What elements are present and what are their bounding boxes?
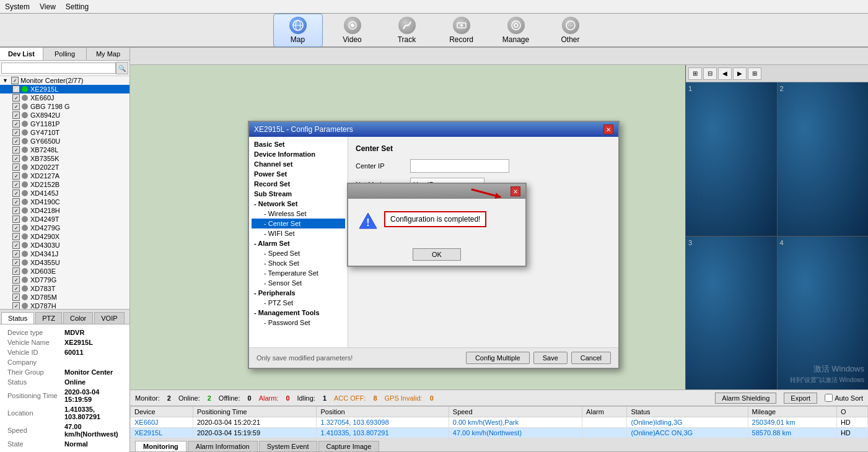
- tree-item-checkbox-10[interactable]: ✓: [12, 172, 20, 180]
- tree-item-checkbox-4[interactable]: ✓: [12, 120, 20, 128]
- tree-item-3[interactable]: ✓GX8942U: [0, 111, 129, 120]
- alert-dialog-close-btn[interactable]: ✕: [511, 186, 520, 196]
- config-tree-item-3[interactable]: Power Set: [252, 169, 345, 179]
- menu-system[interactable]: System: [5, 2, 30, 11]
- bottom-tab-voip[interactable]: VOIP: [94, 312, 124, 324]
- tree-item-checkbox-24[interactable]: ✓: [12, 293, 20, 301]
- search-button[interactable]: 🔍: [116, 62, 128, 74]
- tree-item-25[interactable]: ✓XD787H: [0, 302, 129, 309]
- bottom-content-tab-1[interactable]: Alarm Information: [188, 441, 258, 451]
- tree-item-18[interactable]: ✓XD4303U: [0, 241, 129, 250]
- config-tree-item-8[interactable]: - Center Set: [252, 219, 345, 228]
- config-tree-item-18[interactable]: - Password Set: [252, 318, 345, 328]
- config-tree-item-0[interactable]: Basic Set: [252, 139, 345, 149]
- tree-item-17[interactable]: ✓XD4290X: [0, 232, 129, 241]
- nav-tab-other[interactable]: ⋯ Other: [546, 14, 595, 46]
- config-cancel-button[interactable]: Cancel: [571, 352, 611, 364]
- tree-item-checkbox-22[interactable]: ✓: [12, 276, 20, 284]
- tree-item-13[interactable]: ✓XD4190C: [0, 198, 129, 206]
- video-tool-btn-3[interactable]: ◀: [718, 67, 732, 80]
- tree-item-23[interactable]: ✓XD783T: [0, 284, 129, 293]
- config-multiple-button[interactable]: Config Multiple: [466, 352, 530, 364]
- config-tree-item-17[interactable]: - Management Tools: [252, 308, 345, 318]
- nav-tab-record[interactable]: Record: [437, 14, 486, 46]
- export-button[interactable]: Export: [784, 393, 817, 404]
- tree-item-10[interactable]: ✓XD2127A: [0, 172, 129, 180]
- tree-item-16[interactable]: ✓XD4279G: [0, 224, 129, 232]
- config-tree-item-1[interactable]: Device Information: [252, 149, 345, 159]
- video-tool-btn-4[interactable]: ▶: [733, 67, 747, 80]
- bottom-tab-status[interactable]: Status: [1, 312, 34, 324]
- tree-item-checkbox-5[interactable]: ✓: [12, 129, 20, 136]
- tree-item-checkbox-15[interactable]: ✓: [12, 215, 20, 223]
- tree-item-checkbox-17[interactable]: ✓: [12, 233, 20, 240]
- tree-item-checkbox-14[interactable]: ✓: [12, 207, 20, 214]
- bottom-tab-color[interactable]: Color: [63, 312, 93, 324]
- tree-item-checkbox-0[interactable]: ✓: [12, 85, 20, 93]
- tree-item-4[interactable]: ✓GY1181P: [0, 120, 129, 128]
- config-tree-item-14[interactable]: - Sensor Set: [252, 278, 345, 288]
- config-tree-item-7[interactable]: - Wireless Set: [252, 209, 345, 219]
- tree-item-checkbox-7[interactable]: ✓: [12, 146, 20, 154]
- nav-tab-track[interactable]: Track: [382, 14, 432, 46]
- video-tool-btn-1[interactable]: ⊞: [688, 67, 702, 80]
- left-tab-devlist[interactable]: Dev List: [0, 48, 43, 60]
- config-tree-item-2[interactable]: Channel set: [252, 159, 345, 169]
- tree-item-6[interactable]: ✓GY6650U: [0, 137, 129, 146]
- tree-item-19[interactable]: ✓XD4341J: [0, 250, 129, 258]
- config-dialog-close-btn[interactable]: ✕: [603, 124, 613, 134]
- video-tool-btn-2[interactable]: ⊟: [703, 67, 717, 80]
- config-tree-item-4[interactable]: Record Set: [252, 179, 345, 189]
- tree-item-checkbox-20[interactable]: ✓: [12, 259, 20, 266]
- config-tree-item-10[interactable]: - Alarm Set: [252, 238, 345, 248]
- search-input[interactable]: [1, 63, 116, 74]
- config-tree-item-12[interactable]: - Shock Set: [252, 258, 345, 268]
- alert-ok-button[interactable]: OK: [413, 248, 461, 261]
- tree-item-checkbox-18[interactable]: ✓: [12, 241, 20, 249]
- tree-item-checkbox-1[interactable]: ✓: [12, 94, 20, 102]
- bottom-tab-ptz[interactable]: PTZ: [35, 312, 62, 324]
- auto-sort-checkbox[interactable]: Auto Sort: [825, 394, 863, 402]
- config-tree-item-9[interactable]: - WIFI Set: [252, 228, 345, 238]
- tree-item-checkbox-11[interactable]: ✓: [12, 181, 20, 188]
- config-save-button[interactable]: Save: [533, 352, 568, 364]
- table-row-0[interactable]: XE660J2020-03-04 15:20:211.327054, 103.6…: [131, 417, 868, 428]
- tree-item-7[interactable]: ✓XB7248L: [0, 146, 129, 154]
- left-tab-mymap[interactable]: My Map: [87, 48, 129, 60]
- tree-item-24[interactable]: ✓XD785M: [0, 293, 129, 302]
- tree-item-0[interactable]: ✓XE2915L: [0, 85, 129, 93]
- tree-item-8[interactable]: ✓XB7355K: [0, 154, 129, 163]
- tree-item-checkbox-12[interactable]: ✓: [12, 189, 20, 197]
- tree-item-checkbox-25[interactable]: ✓: [12, 302, 20, 309]
- tree-item-5[interactable]: ✓GY4710T: [0, 128, 129, 137]
- config-tree-item-15[interactable]: - Peripherals: [252, 288, 345, 298]
- tree-item-20[interactable]: ✓XD4355U: [0, 258, 129, 267]
- bottom-content-tab-3[interactable]: Capture Image: [318, 441, 380, 451]
- bottom-content-tab-2[interactable]: System Event: [259, 441, 317, 451]
- tree-item-checkbox-6[interactable]: ✓: [12, 137, 20, 145]
- tree-item-15[interactable]: ✓XD4249T: [0, 215, 129, 224]
- bottom-content-tab-0[interactable]: Monitoring: [135, 441, 186, 451]
- config-tree-item-16[interactable]: - PTZ Set: [252, 298, 345, 308]
- tree-item-checkbox-8[interactable]: ✓: [12, 155, 20, 162]
- tree-item-14[interactable]: ✓XD4218H: [0, 206, 129, 215]
- config-tree-item-11[interactable]: - Speed Set: [252, 248, 345, 258]
- video-tool-btn-5[interactable]: ⊞: [748, 67, 761, 80]
- tree-item-checkbox-21[interactable]: ✓: [12, 267, 20, 275]
- menu-view[interactable]: View: [40, 2, 56, 11]
- tree-item-checkbox-9[interactable]: ✓: [12, 163, 20, 171]
- tree-root[interactable]: ▼ ✓ Monitor Center(2/77): [0, 76, 129, 85]
- config-tree-item-6[interactable]: - Network Set: [252, 199, 345, 209]
- tree-item-12[interactable]: ✓XD4145J: [0, 189, 129, 198]
- tree-item-22[interactable]: ✓XD779G: [0, 276, 129, 284]
- tree-item-1[interactable]: ✓XE660J: [0, 93, 129, 102]
- tree-item-checkbox-2[interactable]: ✓: [12, 103, 20, 110]
- table-row-1[interactable]: XE2915L2020-03-04 15:19:591.410335, 103.…: [131, 428, 868, 438]
- config-tree-item-13[interactable]: - Temperature Set: [252, 268, 345, 278]
- tree-item-checkbox-3[interactable]: ✓: [12, 111, 20, 119]
- alarm-shielding-button[interactable]: Alarm Shielding: [715, 393, 776, 404]
- tree-item-21[interactable]: ✓XD603E: [0, 267, 129, 276]
- tree-item-9[interactable]: ✓XD2022T: [0, 163, 129, 172]
- root-checkbox[interactable]: ✓: [11, 77, 19, 84]
- tree-item-2[interactable]: ✓GBG 7198 G: [0, 102, 129, 111]
